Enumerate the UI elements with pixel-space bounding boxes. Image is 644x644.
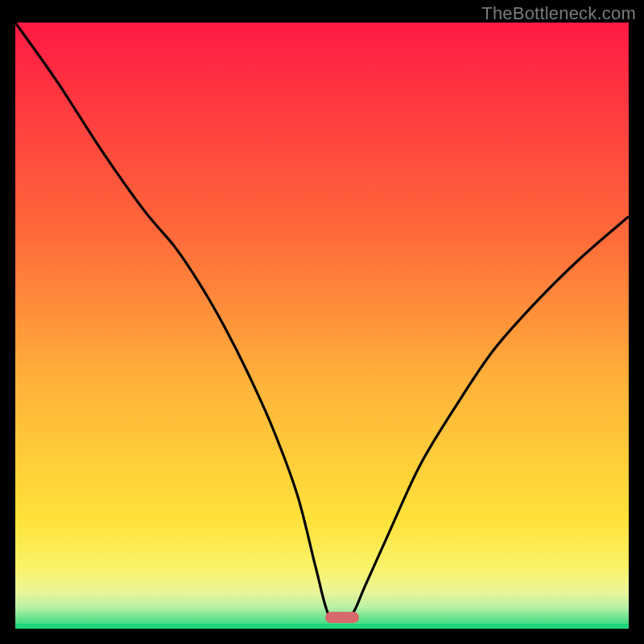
- bottleneck-curve: [15, 23, 629, 629]
- optimal-range-marker: [325, 612, 360, 623]
- watermark-text: TheBottleneck.com: [481, 3, 636, 24]
- chart-frame: TheBottleneck.com: [0, 0, 644, 644]
- plot-area: [15, 23, 629, 629]
- baseline-green: [15, 624, 629, 629]
